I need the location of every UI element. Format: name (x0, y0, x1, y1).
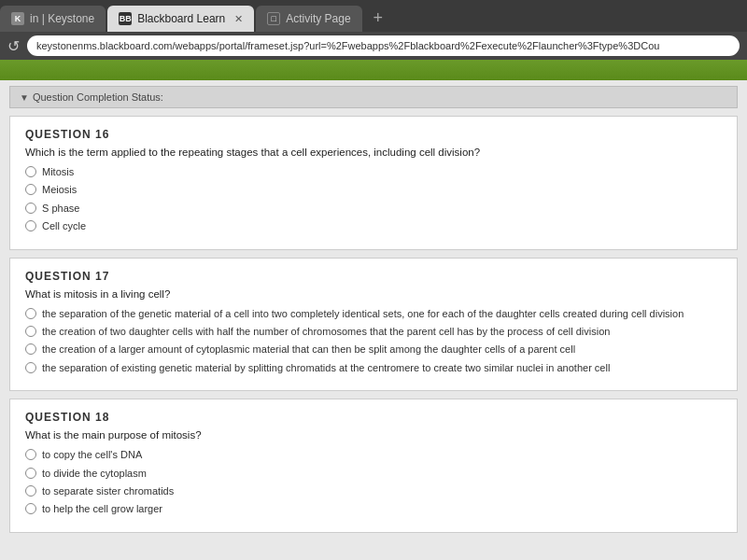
q18-option-3[interactable]: to separate sister chromatids (25, 484, 722, 498)
q17-radio-3[interactable] (25, 343, 36, 355)
q17-radio-2[interactable] (25, 326, 36, 337)
question-18-text: What is the main purpose of mitosis? (25, 429, 722, 441)
q17-option-2-text: the creation of two daughter cells with … (42, 325, 610, 339)
q16-option-1-text: Mitosis (42, 165, 74, 179)
q18-radio-4[interactable] (25, 503, 36, 514)
q16-option-4[interactable]: Cell cycle (25, 219, 722, 233)
q16-radio-4[interactable] (25, 220, 36, 231)
q18-option-1-text: to copy the cell's DNA (42, 448, 142, 462)
question-completion-status[interactable]: ▼ Question Completion Status: (9, 86, 738, 108)
q16-option-1[interactable]: Mitosis (25, 165, 722, 179)
question-16-number: QUESTION 16 (25, 128, 722, 141)
question-block-18: QUESTION 18 What is the main purpose of … (9, 399, 738, 533)
url-input[interactable]: keystonenms.blackboard.com/webapps/porta… (27, 35, 740, 56)
q16-radio-2[interactable] (25, 184, 36, 195)
q18-radio-1[interactable] (25, 449, 36, 460)
q16-radio-3[interactable] (25, 203, 36, 214)
tab-bar: K in | Keystone BB Blackboard Learn ✕ □ … (0, 0, 747, 32)
q18-radio-2[interactable] (25, 468, 36, 479)
address-bar: ↺ keystonenms.blackboard.com/webapps/por… (0, 32, 747, 60)
question-block-16: QUESTION 16 Which is the term applied to… (9, 116, 738, 250)
new-tab-button[interactable]: + (364, 6, 393, 30)
q16-option-3[interactable]: S phase (25, 202, 722, 216)
q17-option-4-text: the separation of existing genetic mater… (42, 361, 610, 375)
q16-option-3-text: S phase (42, 202, 79, 216)
q18-option-1[interactable]: to copy the cell's DNA (25, 448, 722, 462)
q17-option-3[interactable]: the creation of a larger amount of cytop… (25, 343, 722, 357)
activity-tab-icon: □ (267, 12, 280, 25)
q16-option-2-text: Meiosis (42, 183, 77, 197)
q16-option-2[interactable]: Meiosis (25, 183, 722, 197)
q17-option-2[interactable]: the creation of two daughter cells with … (25, 325, 722, 339)
green-header-bar (0, 60, 747, 80)
q18-option-2-text: to divide the cytoplasm (42, 467, 147, 481)
collapse-arrow-icon: ▼ (20, 92, 29, 103)
question-18-number: QUESTION 18 (25, 411, 722, 424)
blackboard-tab-close[interactable]: ✕ (234, 13, 243, 25)
q18-radio-3[interactable] (25, 485, 36, 497)
blackboard-tab-label: Blackboard Learn (137, 12, 225, 25)
question-block-17: QUESTION 17 What is mitosis in a living … (9, 258, 738, 392)
q18-option-4-text: to help the cell grow larger (42, 502, 162, 516)
activity-tab-label: Activity Page (286, 12, 350, 25)
tab-keystone[interactable]: K in | Keystone (0, 6, 106, 32)
q18-option-2[interactable]: to divide the cytoplasm (25, 467, 722, 481)
content-area: ▼ Question Completion Status: QUESTION 1… (0, 80, 747, 560)
tab-activity[interactable]: □ Activity Page (256, 6, 361, 32)
q17-option-1[interactable]: the separation of the genetic material o… (25, 307, 722, 321)
tab-blackboard[interactable]: BB Blackboard Learn ✕ (107, 6, 254, 32)
blackboard-tab-icon: BB (119, 12, 132, 25)
q18-option-4[interactable]: to help the cell grow larger (25, 502, 722, 516)
back-button[interactable]: ↺ (7, 37, 20, 55)
q18-option-3-text: to separate sister chromatids (42, 484, 174, 498)
q17-radio-4[interactable] (25, 362, 36, 373)
q17-option-4[interactable]: the separation of existing genetic mater… (25, 361, 722, 375)
completion-status-label: Question Completion Status: (33, 91, 163, 103)
keystone-tab-icon: K (11, 12, 24, 25)
question-17-number: QUESTION 17 (25, 270, 722, 283)
q16-option-4-text: Cell cycle (42, 219, 86, 233)
q17-option-3-text: the creation of a larger amount of cytop… (42, 343, 575, 357)
q16-radio-1[interactable] (25, 166, 36, 177)
question-17-text: What is mitosis in a living cell? (25, 288, 722, 300)
keystone-tab-label: in | Keystone (30, 12, 94, 25)
url-text: keystonenms.blackboard.com/webapps/porta… (36, 40, 659, 51)
q17-option-1-text: the separation of the genetic material o… (42, 307, 684, 321)
q17-radio-1[interactable] (25, 308, 36, 319)
question-16-text: Which is the term applied to the repeati… (25, 147, 722, 158)
